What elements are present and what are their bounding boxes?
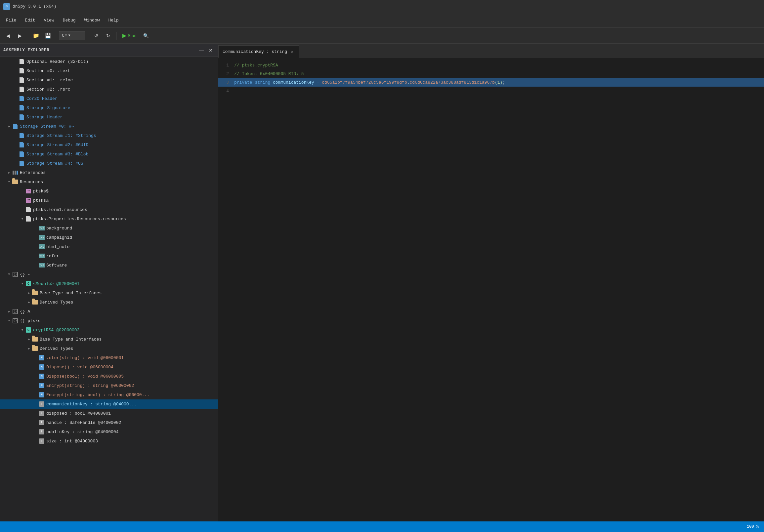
- ns-a-label: {} A: [20, 309, 30, 314]
- line-number-3: 3: [218, 80, 234, 85]
- folder-icon: [12, 179, 19, 185]
- tab-communication-key[interactable]: communicationKey : string ✕: [218, 45, 299, 58]
- tree-campaignid[interactable]: IMG campaignid: [0, 233, 218, 242]
- undo-button[interactable]: ↺: [91, 30, 101, 41]
- no-arrow: [33, 263, 38, 268]
- cryptrsa-derived-types-arrow[interactable]: ▶: [27, 346, 32, 351]
- tab-close-button[interactable]: ✕: [289, 49, 295, 55]
- tree-ns-empty[interactable]: ▶ {} {} -: [0, 270, 218, 279]
- tree-html-note[interactable]: IMG html_note: [0, 242, 218, 251]
- tree-module-base-types[interactable]: ▶ Base Type and Interfaces: [0, 288, 218, 297]
- tree-resources[interactable]: ▶ Resources: [0, 177, 218, 186]
- page-blue-icon: [19, 160, 25, 167]
- menu-edit[interactable]: Edit: [21, 17, 39, 24]
- tree-stream4[interactable]: Storage Stream #4: #US: [0, 159, 218, 168]
- tree-size[interactable]: F size : int @04000003: [0, 437, 218, 446]
- tree-references[interactable]: ▶ References: [0, 168, 218, 177]
- tree-encrypt1[interactable]: M Encrypt(string) : string @06000002: [0, 381, 218, 390]
- cryptrsa-base-types-arrow[interactable]: ▶: [27, 337, 32, 342]
- search-button[interactable]: 🔍: [141, 31, 150, 40]
- tree-publickey[interactable]: F publicKey : string @04000004: [0, 427, 218, 437]
- ns-a-arrow[interactable]: ▶: [7, 309, 12, 314]
- start-button[interactable]: ▶ Start: [119, 31, 140, 40]
- ns-ptsks-label: {} ptsks: [20, 318, 40, 323]
- tree-cryptrsa[interactable]: ▶ C cryptRSA @02000002: [0, 325, 218, 335]
- forward-button[interactable]: ▶: [15, 30, 25, 41]
- toolbar-sep-3: [88, 32, 88, 40]
- tree-disposed[interactable]: F disposed : bool @04000001: [0, 409, 218, 418]
- cryptrsa-arrow[interactable]: ▶: [20, 327, 25, 333]
- tree-communication-key[interactable]: F communicationKey : string @04000...: [0, 399, 218, 409]
- tree-stream1[interactable]: Storage Stream #1: #Strings: [0, 131, 218, 140]
- tree-module-derived-types[interactable]: ▶ Derived Types: [0, 297, 218, 307]
- menu-window[interactable]: Window: [81, 17, 104, 24]
- tree-form1-resources[interactable]: ptsks.Form1.resources: [0, 205, 218, 214]
- tree-cryptrsa-base-types[interactable]: ▶ Base Type and Interfaces: [0, 335, 218, 344]
- tree-storage-header[interactable]: Storage Header: [0, 112, 218, 122]
- tree-encrypt2[interactable]: M Encrypt(string, bool) : string @06000.…: [0, 390, 218, 399]
- tree-ptsks-percent[interactable]: ☷ ptsks%: [0, 196, 218, 205]
- no-arrow: [33, 355, 38, 360]
- no-arrow: [33, 439, 38, 444]
- tree-software[interactable]: IMG Software: [0, 261, 218, 270]
- ns-ptsks-arrow[interactable]: ▶: [7, 318, 12, 323]
- refs-arrow[interactable]: ▶: [7, 170, 12, 175]
- props-resources-arrow[interactable]: ▶: [20, 216, 25, 222]
- language-selector[interactable]: C# ▼: [59, 31, 85, 40]
- menu-debug[interactable]: Debug: [59, 17, 80, 24]
- sidebar-close-button[interactable]: ✕: [207, 46, 215, 54]
- tree-section0[interactable]: Section #0: .text: [0, 66, 218, 76]
- tree-section1[interactable]: Section #1: .reloc: [0, 76, 218, 85]
- resource-table-icon: ☷: [25, 188, 32, 194]
- cor20-label: Cor20 Header: [27, 96, 58, 101]
- tree-ns-ptsks[interactable]: ▶ {} {} ptsks: [0, 316, 218, 325]
- tree-props-resources[interactable]: ▶ ptsks.Properties.Resources.resources: [0, 214, 218, 224]
- tree-ptsks-dollar[interactable]: ☷ ptsks$: [0, 186, 218, 196]
- ns-empty-arrow[interactable]: ▶: [7, 272, 12, 277]
- no-arrow: [33, 429, 38, 435]
- tree-cryptrsa-derived-types[interactable]: ▶ Derived Types: [0, 344, 218, 353]
- storage-sig-label: Storage Signature: [27, 105, 71, 110]
- resources-arrow[interactable]: ▶: [7, 179, 12, 185]
- no-arrow: [13, 142, 19, 147]
- code-line-3[interactable]: 3 private string communicationKey = cd65…: [218, 78, 764, 87]
- disposed-label: disposed : bool @04000001: [46, 411, 111, 416]
- code-content-3: private string communicationKey = cd65a2…: [234, 80, 505, 85]
- module-base-types-arrow[interactable]: ▶: [27, 290, 32, 295]
- tree-storage-sig[interactable]: Storage Signature: [0, 103, 218, 112]
- open-button[interactable]: 📁: [31, 30, 41, 41]
- menu-file[interactable]: File: [2, 17, 20, 24]
- tree-stream3[interactable]: Storage Stream #3: #Blob: [0, 149, 218, 159]
- module-arrow[interactable]: ▶: [20, 281, 25, 286]
- menu-view[interactable]: View: [40, 17, 58, 24]
- save-button[interactable]: 💾: [43, 30, 53, 41]
- tree-cor20[interactable]: Cor20 Header: [0, 94, 218, 103]
- line-number-2: 2: [218, 72, 234, 77]
- stream0-arrow[interactable]: ▶: [7, 124, 12, 129]
- lang-label: C#: [62, 33, 67, 38]
- tree-ctor[interactable]: M .ctor(string) : void @06000001: [0, 353, 218, 362]
- sidebar-pin-button[interactable]: —: [197, 46, 205, 54]
- code-editor[interactable]: 1 // ptsks.cryptRSA 2 // Token: 0x040000…: [218, 58, 764, 521]
- tree-refer[interactable]: IMG refer: [0, 251, 218, 261]
- encrypt1-label: Encrypt(string) : string @06000002: [46, 383, 134, 388]
- redo-button[interactable]: ↻: [103, 30, 113, 41]
- tree-dispose-bool[interactable]: M Dispose(bool) : void @06000005: [0, 372, 218, 381]
- dispose-bool-label: Dispose(bool) : void @06000005: [46, 374, 124, 379]
- back-button[interactable]: ◀: [3, 30, 13, 41]
- tree-ns-a[interactable]: ▶ {} {} A: [0, 307, 218, 316]
- module-derived-types-arrow[interactable]: ▶: [27, 299, 32, 305]
- stream0-label: Storage Stream #0: #~: [20, 124, 74, 129]
- tree-stream2[interactable]: Storage Stream #2: #GUID: [0, 140, 218, 149]
- menu-help[interactable]: Help: [104, 17, 122, 24]
- tree-optional-header[interactable]: Optional Header (32-bit): [0, 57, 218, 66]
- tree-dispose[interactable]: M Dispose() : void @06000004: [0, 362, 218, 372]
- no-arrow: [13, 87, 19, 92]
- tree-background[interactable]: IMG background: [0, 224, 218, 233]
- tree-section2[interactable]: Section #2: .rsrc: [0, 85, 218, 94]
- sidebar-content[interactable]: Optional Header (32-bit) Section #0: .te…: [0, 57, 218, 521]
- refer-label: refer: [46, 254, 59, 259]
- tree-handle[interactable]: F handle : SafeHandle @04000002: [0, 418, 218, 427]
- tree-stream0[interactable]: ▶ Storage Stream #0: #~: [0, 122, 218, 131]
- tree-module[interactable]: ▶ C <Module> @02000001: [0, 279, 218, 288]
